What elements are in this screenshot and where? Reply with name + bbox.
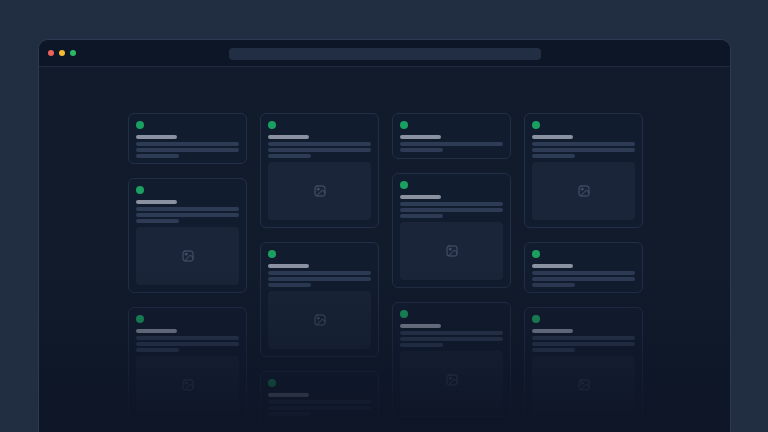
skeleton-text-line	[136, 336, 239, 340]
image-placeholder	[268, 162, 371, 220]
skeleton-text-line	[268, 283, 311, 287]
feed-card[interactable]	[392, 173, 511, 288]
skeleton-text-line	[136, 148, 239, 152]
skeleton-text-line	[400, 142, 503, 146]
image-placeholder	[532, 162, 635, 220]
image-icon	[314, 185, 326, 197]
avatar-status-dot	[268, 250, 276, 258]
skeleton-text-line	[268, 406, 371, 410]
skeleton-name-line	[268, 393, 309, 397]
image-icon	[182, 379, 194, 391]
feed-content	[39, 67, 730, 432]
feed-grid	[128, 113, 641, 432]
image-placeholder	[136, 227, 239, 285]
skeleton-name-line	[136, 329, 177, 333]
image-placeholder	[400, 351, 503, 409]
image-icon	[446, 245, 458, 257]
skeleton-text-line	[136, 142, 239, 146]
zoom-window-button[interactable]	[70, 50, 76, 56]
skeleton-text-line	[532, 283, 575, 287]
skeleton-text-line	[136, 342, 239, 346]
feed-card[interactable]	[524, 307, 643, 422]
skeleton-text-line	[268, 412, 311, 416]
image-icon	[314, 314, 326, 326]
avatar-status-dot	[532, 250, 540, 258]
skeleton-text-line	[400, 343, 443, 347]
skeleton-text-line	[532, 148, 635, 152]
browser-titlebar	[39, 40, 730, 67]
image-icon	[578, 185, 590, 197]
skeleton-text-line	[532, 348, 575, 352]
skeleton-name-line	[136, 200, 177, 204]
avatar-status-dot	[268, 379, 276, 387]
avatar-status-dot	[400, 121, 408, 129]
feed-card[interactable]	[392, 113, 511, 159]
avatar-status-dot	[532, 315, 540, 323]
image-placeholder	[136, 356, 239, 414]
skeleton-name-line	[532, 264, 573, 268]
skeleton-name-line	[268, 135, 309, 139]
skeleton-name-line	[400, 324, 441, 328]
skeleton-text-line	[136, 207, 239, 211]
skeleton-text-line	[532, 277, 635, 281]
feed-column-4	[524, 113, 643, 432]
avatar-status-dot	[532, 121, 540, 129]
avatar-status-dot	[400, 181, 408, 189]
skeleton-name-line	[400, 135, 441, 139]
skeleton-text-line	[268, 400, 371, 404]
feed-column-3	[392, 113, 511, 432]
skeleton-text-line	[136, 219, 179, 223]
feed-card[interactable]	[260, 242, 379, 357]
skeleton-text-line	[532, 142, 635, 146]
skeleton-text-line	[532, 342, 635, 346]
skeleton-name-line	[532, 329, 573, 333]
address-bar[interactable]	[229, 48, 541, 60]
skeleton-name-line	[268, 264, 309, 268]
skeleton-text-line	[400, 214, 443, 218]
skeleton-text-line	[400, 331, 503, 335]
skeleton-text-line	[532, 271, 635, 275]
avatar-status-dot	[400, 310, 408, 318]
image-icon	[446, 374, 458, 386]
window-controls	[48, 40, 76, 66]
image-icon	[182, 250, 194, 262]
feed-column-1	[128, 113, 247, 432]
image-placeholder	[400, 222, 503, 280]
image-placeholder	[532, 356, 635, 414]
browser-window	[38, 39, 731, 432]
image-placeholder	[268, 291, 371, 349]
avatar-status-dot	[136, 186, 144, 194]
feed-card[interactable]	[260, 113, 379, 228]
minimize-window-button[interactable]	[59, 50, 65, 56]
skeleton-text-line	[400, 337, 503, 341]
skeleton-text-line	[400, 148, 443, 152]
skeleton-text-line	[268, 154, 311, 158]
image-placeholder	[268, 420, 371, 432]
skeleton-text-line	[268, 142, 371, 146]
feed-card[interactable]	[260, 371, 379, 432]
skeleton-name-line	[532, 135, 573, 139]
skeleton-text-line	[532, 154, 575, 158]
skeleton-name-line	[400, 195, 441, 199]
skeleton-name-line	[136, 135, 177, 139]
skeleton-text-line	[268, 271, 371, 275]
close-window-button[interactable]	[48, 50, 54, 56]
feed-column-2	[260, 113, 379, 432]
skeleton-text-line	[532, 336, 635, 340]
feed-card[interactable]	[392, 302, 511, 417]
skeleton-text-line	[400, 208, 503, 212]
feed-card[interactable]	[128, 307, 247, 422]
skeleton-text-line	[136, 213, 239, 217]
avatar-status-dot	[136, 121, 144, 129]
skeleton-text-line	[400, 202, 503, 206]
skeleton-text-line	[268, 148, 371, 152]
feed-card[interactable]	[128, 178, 247, 293]
avatar-status-dot	[268, 121, 276, 129]
desktop-background: { "window": { "controls": [ {"name": "cl…	[0, 0, 768, 432]
image-icon	[578, 379, 590, 391]
feed-card[interactable]	[524, 113, 643, 228]
skeleton-text-line	[136, 348, 179, 352]
feed-card[interactable]	[128, 113, 247, 164]
skeleton-text-line	[136, 154, 179, 158]
feed-card[interactable]	[524, 242, 643, 293]
